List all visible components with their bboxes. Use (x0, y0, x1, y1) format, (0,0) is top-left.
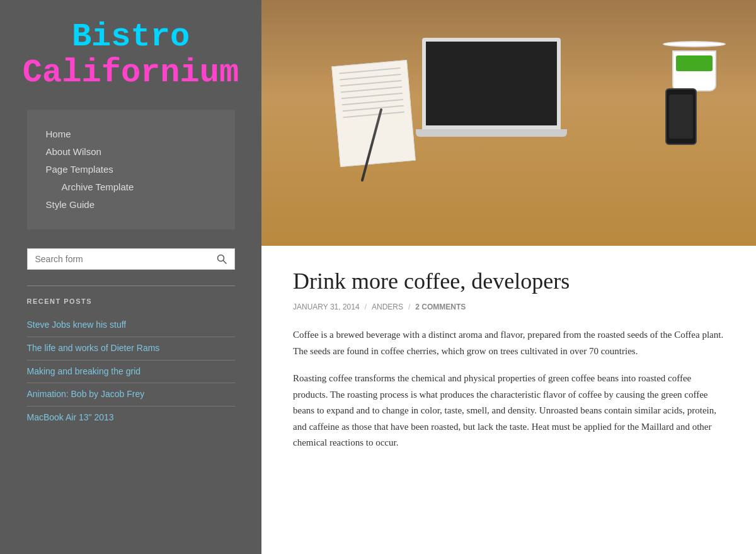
site-title-area: Bistro Californium (0, 0, 261, 110)
nav-link-home[interactable]: Home (46, 129, 71, 139)
recent-posts-widget: Recent Posts Steve Jobs knew his stuff T… (27, 297, 235, 429)
site-title-line1: Bistro (13, 19, 249, 55)
notebook-line (341, 99, 403, 106)
nav-item-style-guide[interactable]: Style Guide (46, 196, 216, 214)
list-item[interactable]: Animation: Bob by Jacob Frey (27, 383, 235, 407)
list-item[interactable]: Steve Jobs knew his stuff (27, 314, 235, 337)
search-icon (217, 254, 227, 264)
search-widget (27, 248, 235, 270)
notebook-line (342, 105, 404, 112)
nav-menu: Home About Wilson Page Templates Archive… (46, 125, 216, 214)
nav-link-about[interactable]: About Wilson (46, 146, 101, 157)
post-author: ANDERS (372, 303, 403, 311)
search-button[interactable] (209, 249, 234, 269)
laptop-base (416, 129, 567, 137)
sidebar-widgets: Recent Posts Steve Jobs knew his stuff T… (27, 248, 235, 429)
sidebar: Bistro Californium Home About Wilson Pag… (0, 0, 261, 554)
recent-post-link-3[interactable]: Making and breaking the grid (27, 366, 141, 376)
post-paragraph-2: Roasting coffee transforms the chemical … (293, 371, 724, 451)
phone (665, 88, 697, 145)
notebook-line (341, 86, 403, 93)
post-meta: JANUARY 31, 2014 / ANDERS / 2 COMMENTS (293, 303, 724, 311)
coffee-cup (672, 50, 716, 91)
phone-screen (669, 95, 693, 139)
search-form[interactable] (27, 248, 235, 270)
svg-line-1 (223, 261, 226, 264)
list-item[interactable]: MacBook Air 13" 2013 (27, 407, 235, 429)
list-item[interactable]: Making and breaking the grid (27, 361, 235, 384)
post-comments-count: 2 COMMENTS (415, 303, 466, 311)
hero-image (261, 0, 756, 246)
nav-link-page-templates[interactable]: Page Templates (46, 164, 113, 175)
desk-scene (261, 0, 756, 246)
divider (27, 286, 235, 286)
coffee-saucer (663, 41, 726, 47)
nav-item-about[interactable]: About Wilson (46, 143, 216, 161)
site-title: Bistro Californium (13, 19, 249, 91)
nav-item-home[interactable]: Home (46, 125, 216, 143)
notebook-line (340, 80, 402, 87)
list-item[interactable]: The life and works of Dieter Rams (27, 337, 235, 361)
post-title: Drink more coffee, developers (293, 268, 724, 295)
navigation-box: Home About Wilson Page Templates Archive… (27, 110, 235, 229)
recent-post-link-2[interactable]: The life and works of Dieter Rams (27, 343, 160, 353)
recent-post-link-5[interactable]: MacBook Air 13" 2013 (27, 412, 114, 422)
recent-posts-heading: Recent Posts (27, 297, 235, 305)
notebook-lines (332, 61, 411, 130)
nav-item-archive-template[interactable]: Archive Template (46, 178, 216, 196)
recent-post-link-4[interactable]: Animation: Bob by Jacob Frey (27, 389, 145, 399)
notebook-line (341, 93, 403, 100)
laptop (422, 38, 567, 137)
notebook-line (343, 112, 404, 118)
site-title-line2: Californium (13, 55, 249, 91)
nav-item-page-templates[interactable]: Page Templates (46, 161, 216, 178)
notebook-line (340, 74, 401, 81)
meta-separator-1: / (365, 303, 367, 311)
nav-link-style-guide[interactable]: Style Guide (46, 199, 95, 210)
main-content: Drink more coffee, developers JANUARY 31… (261, 0, 756, 554)
notebook (331, 60, 415, 167)
notebook-line (339, 67, 401, 74)
meta-separator-2: / (408, 303, 410, 311)
recent-posts-list: Steve Jobs knew his stuff The life and w… (27, 314, 235, 429)
post-paragraph-1: Coffee is a brewed beverage with a disti… (293, 327, 724, 359)
post-date: JANUARY 31, 2014 (293, 303, 360, 311)
nav-link-archive-template[interactable]: Archive Template (62, 182, 134, 192)
laptop-screen (422, 38, 561, 129)
search-input[interactable] (28, 249, 209, 269)
recent-post-link-1[interactable]: Steve Jobs knew his stuff (27, 320, 127, 330)
post-body: Coffee is a brewed beverage with a disti… (293, 327, 724, 451)
post-area: Drink more coffee, developers JANUARY 31… (261, 246, 756, 488)
coffee-liquid (676, 55, 713, 71)
